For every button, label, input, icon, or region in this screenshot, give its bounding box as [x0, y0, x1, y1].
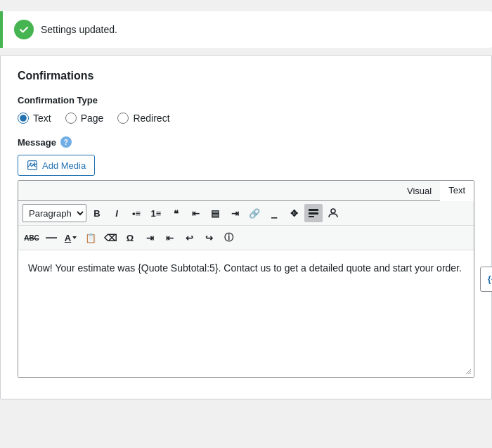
show-toolbar-button[interactable]	[304, 204, 323, 222]
svg-marker-6	[72, 236, 77, 239]
section-title: Confirmations	[18, 70, 474, 82]
radio-text[interactable]	[18, 113, 29, 124]
indent-button[interactable]: ⇥	[141, 229, 159, 247]
redo-button[interactable]: ↪	[200, 229, 218, 247]
paragraph-select[interactable]: Paragraph	[22, 204, 86, 222]
special-chars-button[interactable]: Ω	[121, 229, 139, 247]
text-color-button[interactable]: A	[62, 229, 80, 247]
radio-page-label: Page	[81, 113, 104, 124]
link-button[interactable]: 🔗	[245, 204, 264, 222]
resize-handle[interactable]	[464, 367, 472, 376]
svg-rect-4	[309, 216, 314, 217]
confirmation-type-label: Confirmation Type	[18, 95, 474, 105]
fullscreen-button[interactable]: ✥	[285, 204, 303, 222]
help-button[interactable]: ⓘ	[219, 229, 238, 247]
toolbar-row-2: ABC — A 📋 ⌫ Ω ⇥ ⇤ ↩ ↪ ⓘ	[18, 226, 474, 250]
radio-page[interactable]	[65, 113, 77, 124]
radio-redirect-label: Redirect	[133, 113, 169, 124]
message-label: Message	[18, 137, 56, 148]
radio-option-redirect[interactable]: Redirect	[117, 113, 169, 124]
svg-rect-3	[309, 212, 318, 215]
tab-visual[interactable]: Visual	[399, 181, 440, 200]
editor-tabs: Visual Text	[18, 181, 474, 201]
svg-line-9	[470, 373, 471, 374]
add-media-label: Add Media	[42, 160, 86, 171]
editor-container: Visual Text Paragraph B I •≡ 1≡ ❝ ⇤ ▤ ⇥ …	[18, 180, 474, 378]
add-media-button[interactable]: Add Media	[18, 155, 95, 176]
blockquote-button[interactable]: ❝	[167, 204, 185, 222]
horizontal-rule-button[interactable]: —	[42, 229, 60, 247]
radio-redirect[interactable]	[117, 113, 129, 124]
unordered-list-button[interactable]: •≡	[127, 204, 145, 222]
read-more-button[interactable]: ⎯	[265, 204, 283, 222]
align-center-button[interactable]: ▤	[206, 204, 224, 222]
notice-text: Settings updated.	[41, 24, 117, 35]
shortcut-button[interactable]: {-}	[480, 267, 492, 292]
profile-button[interactable]	[324, 204, 342, 222]
editor-wrapper: Visual Text Paragraph B I •≡ 1≡ ❝ ⇤ ▤ ⇥ …	[18, 180, 474, 378]
editor-content[interactable]: Wow! Your estimate was {Quote Subtotal:5…	[18, 250, 474, 377]
clear-formatting-button[interactable]: ⌫	[101, 229, 119, 247]
outdent-button[interactable]: ⇤	[160, 229, 179, 247]
italic-button[interactable]: I	[108, 204, 126, 222]
confirmation-type-group: Text Page Redirect	[18, 113, 474, 124]
radio-option-text[interactable]: Text	[18, 113, 51, 124]
add-media-icon	[27, 160, 38, 171]
confirmations-panel: Confirmations Confirmation Type Text Pag…	[0, 55, 492, 399]
toolbar-row-1: Paragraph B I •≡ 1≡ ❝ ⇤ ▤ ⇥ 🔗 ⎯ ✥	[18, 201, 474, 226]
undo-button[interactable]: ↩	[180, 229, 198, 247]
message-label-row: Message ?	[18, 136, 474, 148]
radio-text-label: Text	[33, 113, 51, 124]
align-left-button[interactable]: ⇤	[186, 204, 205, 222]
ordered-list-button[interactable]: 1≡	[147, 204, 165, 222]
radio-option-page[interactable]: Page	[65, 113, 104, 124]
bold-button[interactable]: B	[88, 204, 106, 222]
align-right-button[interactable]: ⇥	[226, 204, 244, 222]
strikethrough-button[interactable]: ABC	[22, 229, 41, 247]
success-icon	[14, 20, 34, 39]
paste-text-button[interactable]: 📋	[82, 229, 100, 247]
svg-point-1	[30, 162, 31, 164]
svg-point-5	[331, 209, 335, 213]
message-help-icon[interactable]: ?	[60, 136, 72, 148]
tab-text[interactable]: Text	[440, 181, 474, 201]
svg-rect-2	[309, 209, 318, 211]
settings-updated-notice: Settings updated.	[0, 11, 492, 48]
